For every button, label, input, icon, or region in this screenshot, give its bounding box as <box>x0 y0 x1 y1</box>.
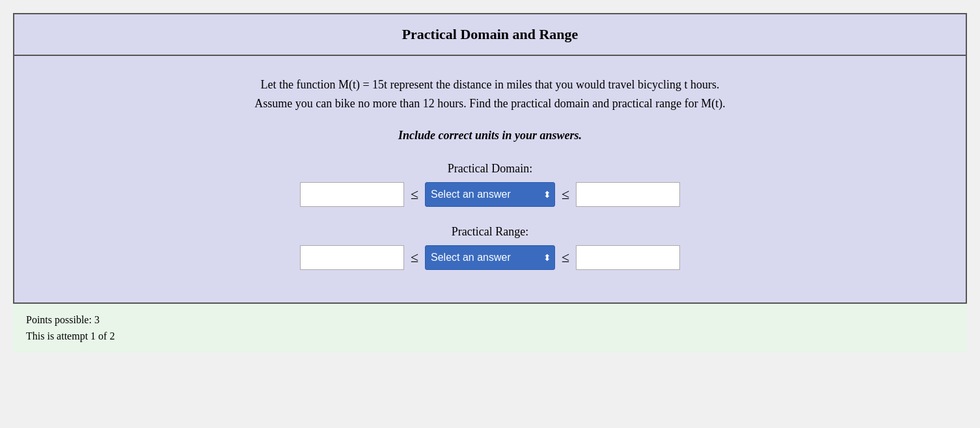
problem-text: Let the function M(t) = 15t represent th… <box>53 75 927 113</box>
content-area: Let the function M(t) = 15t represent th… <box>14 56 966 302</box>
range-input-row: ≤ Select an answer t M(t) hours miles ≤ <box>53 245 927 270</box>
range-label: Practical Range: <box>53 225 927 239</box>
domain-select-wrapper: Select an answer t M(t) hours miles <box>425 182 555 207</box>
domain-leq-right: ≤ <box>562 186 569 203</box>
domain-dropdown[interactable]: Select an answer t M(t) hours miles <box>425 182 555 207</box>
points-line2: This is attempt 1 of 2 <box>26 328 954 345</box>
range-leq-right: ≤ <box>562 249 569 266</box>
page-container: Practical Domain and Range Let the funct… <box>0 0 980 428</box>
domain-label: Practical Domain: <box>53 162 927 176</box>
range-left-input[interactable] <box>300 245 404 270</box>
problem-line1: Let the function M(t) = 15t represent th… <box>261 78 720 91</box>
main-box: Practical Domain and Range Let the funct… <box>13 13 967 304</box>
range-right-input[interactable] <box>576 245 680 270</box>
points-line1: Points possible: 3 <box>26 312 954 328</box>
points-bar: Points possible: 3 This is attempt 1 of … <box>13 304 967 353</box>
range-leq-left: ≤ <box>411 249 418 266</box>
range-select-wrapper: Select an answer t M(t) hours miles <box>425 245 555 270</box>
domain-right-input[interactable] <box>576 182 680 207</box>
domain-input-row: ≤ Select an answer t M(t) hours miles ≤ <box>53 182 927 207</box>
title-bar: Practical Domain and Range <box>14 14 966 56</box>
domain-section: Practical Domain: ≤ Select an answer t M… <box>53 162 927 207</box>
domain-left-input[interactable] <box>300 182 404 207</box>
page-title: Practical Domain and Range <box>402 26 578 42</box>
range-section: Practical Range: ≤ Select an answer t M(… <box>53 225 927 270</box>
range-dropdown[interactable]: Select an answer t M(t) hours miles <box>425 245 555 270</box>
emphasis-text: Include correct units in your answers. <box>53 129 927 142</box>
domain-leq-left: ≤ <box>411 186 418 203</box>
problem-line2: Assume you can bike no more than 12 hour… <box>254 97 725 110</box>
